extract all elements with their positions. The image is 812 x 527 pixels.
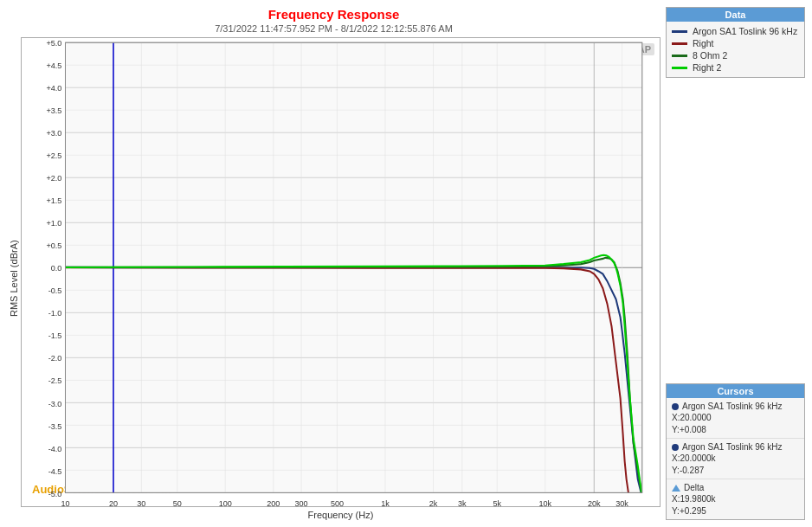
svg-text:-2.0: -2.0 [48, 354, 62, 363]
sidebar: Data Argon SA1 Toslink 96 kHz Right 8 Oh… [661, 0, 812, 527]
cursor-label-3: Delta [684, 483, 704, 492]
svg-text:-0.5: -0.5 [48, 286, 62, 295]
svg-text:2k: 2k [429, 499, 438, 506]
svg-text:50: 50 [173, 499, 182, 506]
legend-item-2: Right [672, 37, 799, 49]
legend-color-3 [672, 55, 687, 57]
svg-text:1k: 1k [381, 499, 390, 506]
svg-text:+3.0: +3.0 [47, 129, 62, 138]
svg-text:-3.5: -3.5 [48, 421, 62, 430]
legend-title: Data [667, 8, 804, 22]
legend-label-2: Right [693, 38, 714, 48]
svg-text:300: 300 [294, 499, 307, 506]
plot-inner: AP Argon SA1 Toslink In: 96 kHz Sampling… [21, 37, 661, 507]
svg-text:+4.0: +4.0 [47, 84, 62, 93]
legend-label-1: Argon SA1 Toslink 96 kHz [693, 26, 797, 36]
svg-text:+4.5: +4.5 [47, 61, 62, 70]
cursor-section-3: Delta X:19.9800k Y:+0.295 [667, 479, 804, 519]
cursor-label-2: Argon SA1 Toslink 96 kHz [682, 442, 782, 452]
legend-color-4 [672, 67, 687, 69]
legend-label-4: Right 2 [693, 62, 721, 73]
cursor-dot-1 [672, 403, 679, 410]
cursor-xval-1: X:20.0000 [672, 412, 799, 424]
cursor-triangle-3 [672, 485, 680, 492]
svg-text:-2.5: -2.5 [48, 376, 62, 385]
cursor-xval-2: X:20.0000k [672, 453, 799, 465]
svg-text:+2.0: +2.0 [47, 174, 62, 183]
legend-box: Data Argon SA1 Toslink 96 kHz Right 8 Oh… [666, 7, 805, 78]
svg-text:-4.5: -4.5 [48, 466, 62, 475]
cursors-box: Cursors Argon SA1 Toslink 96 kHz X:20.00… [666, 383, 805, 520]
cursor-xval-3: X:19.9800k [672, 493, 799, 505]
svg-text:10k: 10k [538, 499, 551, 506]
svg-text:+3.5: +3.5 [47, 106, 62, 115]
svg-text:20: 20 [109, 499, 118, 506]
legend-label-3: 8 Ohm 2 [693, 50, 727, 61]
legend-color-2 [672, 42, 687, 45]
legend-items: Argon SA1 Toslink 96 kHz Right 8 Ohm 2 R… [667, 22, 804, 77]
svg-text:-1.0: -1.0 [48, 309, 62, 318]
cursor-dot-2 [672, 444, 679, 451]
chart-wrapper: RMS Level (dBrA) AP Argon SA1 Toslink In… [7, 37, 661, 520]
svg-text:+0.5: +0.5 [47, 241, 62, 250]
svg-text:20k: 20k [588, 499, 601, 506]
svg-text:0.0: 0.0 [51, 264, 62, 273]
plot-container: AP Argon SA1 Toslink In: 96 kHz Sampling… [21, 37, 661, 520]
svg-text:-5.0: -5.0 [48, 489, 62, 498]
chart-subtitle: 7/31/2022 11:47:57.952 PM - 8/1/2022 12:… [7, 23, 661, 34]
svg-text:500: 500 [331, 499, 344, 506]
y-axis-label: RMS Level (dBrA) [7, 37, 21, 520]
cursor-yval-2: Y:-0.287 [672, 465, 799, 477]
cursor-name-1: Argon SA1 Toslink 96 kHz [672, 402, 799, 411]
svg-text:+1.0: +1.0 [47, 219, 62, 228]
cursor-yval-3: Y:+0.295 [672, 505, 799, 517]
chart-area: Frequency Response 7/31/2022 11:47:57.95… [0, 0, 661, 527]
svg-text:-4.0: -4.0 [48, 444, 62, 453]
legend-item-4: Right 2 [672, 61, 799, 74]
svg-text:10: 10 [61, 499, 69, 506]
svg-text:30k: 30k [615, 499, 628, 506]
cursors-title: Cursors [667, 384, 804, 398]
legend-color-1 [672, 30, 687, 33]
svg-text:-1.5: -1.5 [48, 331, 62, 340]
main-container: Frequency Response 7/31/2022 11:47:57.95… [0, 0, 812, 527]
svg-text:200: 200 [267, 499, 280, 506]
svg-text:5k: 5k [493, 499, 501, 506]
svg-text:30: 30 [137, 499, 145, 506]
svg-text:-3.0: -3.0 [48, 399, 62, 408]
svg-text:+1.5: +1.5 [47, 196, 62, 205]
cursor-label-1: Argon SA1 Toslink 96 kHz [682, 402, 782, 411]
svg-text:3k: 3k [458, 499, 467, 506]
chart-svg: +5.0 +4.5 +4.0 +3.5 +3.0 +2.5 +2.0 +1.5 … [22, 38, 660, 506]
cursor-section-1: Argon SA1 Toslink 96 kHz X:20.0000 Y:+0.… [667, 398, 804, 439]
chart-title: Frequency Response [7, 7, 661, 22]
cursor-name-3: Delta [672, 483, 799, 492]
svg-text:100: 100 [219, 499, 232, 506]
cursor-yval-1: Y:+0.008 [672, 424, 799, 436]
svg-text:+2.5: +2.5 [47, 151, 62, 160]
legend-item-1: Argon SA1 Toslink 96 kHz [672, 25, 799, 37]
x-axis-label: Frequency (Hz) [21, 507, 661, 520]
cursor-section-2: Argon SA1 Toslink 96 kHz X:20.0000k Y:-0… [667, 439, 804, 479]
cursor-name-2: Argon SA1 Toslink 96 kHz [672, 442, 799, 452]
legend-item-3: 8 Ohm 2 [672, 49, 799, 61]
sidebar-spacer [666, 85, 805, 376]
svg-text:+5.0: +5.0 [47, 39, 62, 48]
